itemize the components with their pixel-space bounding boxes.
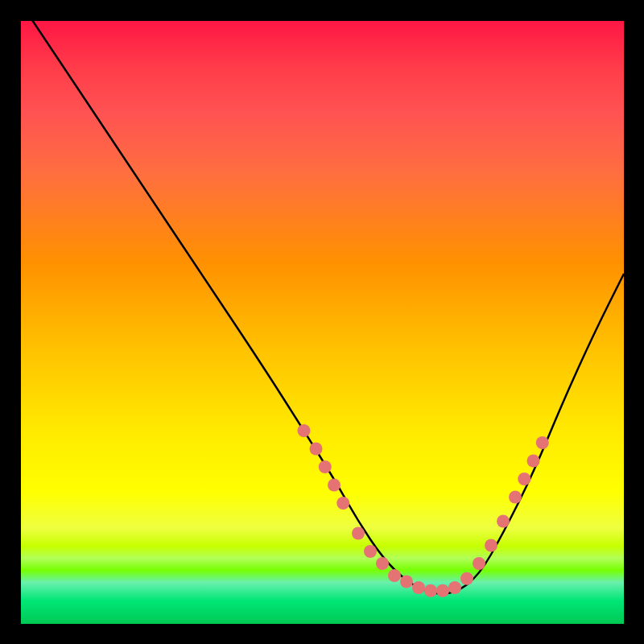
- data-marker: [527, 455, 540, 468]
- data-marker: [536, 436, 549, 449]
- watermark-text: TheBottleneck.com: [476, 0, 624, 19]
- data-marker: [473, 557, 485, 570]
- data-marker: [364, 545, 377, 558]
- data-marker: [485, 539, 497, 552]
- data-marker: [497, 515, 510, 528]
- data-marker: [298, 424, 311, 437]
- data-marker: [509, 491, 522, 504]
- data-marker: [319, 460, 332, 473]
- markers-layer: [298, 424, 549, 597]
- bottleneck-curve: [32, 20, 624, 594]
- data-marker: [400, 576, 413, 588]
- data-marker: [388, 569, 401, 582]
- chart-container: TheBottleneck.com: [0, 0, 644, 644]
- data-marker: [352, 527, 365, 540]
- data-marker: [424, 584, 437, 597]
- data-marker: [376, 557, 389, 570]
- data-marker: [460, 572, 473, 585]
- curve-layer: [32, 20, 624, 594]
- data-marker: [412, 581, 425, 594]
- chart-svg: [20, 20, 624, 624]
- data-marker: [336, 497, 349, 510]
- data-marker: [448, 581, 461, 594]
- data-marker: [310, 443, 323, 456]
- data-marker: [328, 479, 341, 492]
- data-marker: [518, 473, 530, 485]
- data-marker: [436, 584, 449, 597]
